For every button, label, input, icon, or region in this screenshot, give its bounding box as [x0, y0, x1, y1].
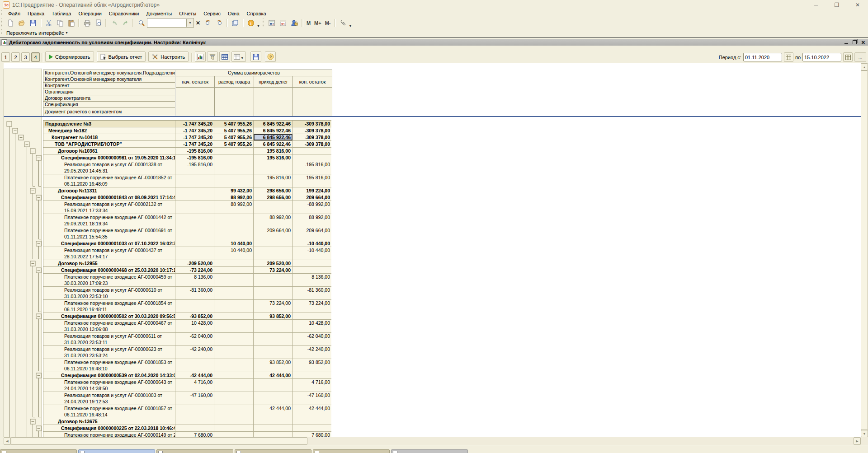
value-cell[interactable]: 73 224,00	[254, 300, 292, 313]
value-cell[interactable]: -47 160,00	[175, 392, 214, 405]
value-cell[interactable]	[214, 227, 254, 240]
scroll-up-button[interactable]: ▲	[861, 63, 868, 70]
row-label-cell[interactable]: Реализация товаров и услуг АГ-00002132 о…	[43, 201, 175, 214]
window-button-6[interactable]	[391, 449, 468, 453]
window-button-4[interactable]	[235, 449, 311, 453]
value-cell[interactable]: 6 845 922,46	[254, 141, 292, 147]
value-cell[interactable]: -1 747 345,20	[175, 134, 214, 140]
menubar-grip[interactable]	[1, 10, 3, 17]
value-cell[interactable]: -309 378,00	[292, 134, 331, 140]
row-label-cell[interactable]: Платежное поручение входящее АГ-00000149…	[43, 432, 175, 437]
value-cell[interactable]: -42 240,00	[175, 346, 214, 359]
value-cell[interactable]	[214, 161, 254, 174]
value-cell[interactable]: 6 845 922,46	[254, 127, 292, 134]
menu-Операции[interactable]: Операции	[75, 10, 105, 17]
row-label-cell[interactable]: Реализация товаров и услуг АГ-00001003 о…	[43, 392, 175, 405]
configure-button[interactable]: Настроить	[148, 51, 189, 62]
header-empty-cell[interactable]	[176, 88, 215, 117]
paste-button[interactable]	[66, 18, 77, 28]
menu-Окна[interactable]: Окна	[224, 10, 243, 17]
value-cell[interactable]: -309 378,00	[292, 141, 331, 147]
value-cell[interactable]: 10 428,00	[292, 320, 331, 332]
value-cell[interactable]	[214, 260, 254, 266]
value-cell[interactable]: -42 240,00	[292, 346, 331, 359]
row-label-cell[interactable]: Контрагент №10418	[43, 134, 175, 140]
value-cell[interactable]: 93 852,00	[292, 359, 331, 372]
value-cell[interactable]: 7 680,00	[292, 432, 331, 437]
help-button[interactable]: ?	[265, 51, 276, 62]
row-label-cell[interactable]: Менеджер №182	[43, 127, 175, 134]
value-cell[interactable]: -1 747 345,20	[175, 121, 214, 127]
value-cell[interactable]: -195 816,00	[175, 148, 214, 154]
value-cell[interactable]: 73 224,00	[292, 300, 331, 313]
row-label-cell[interactable]: Платежное поручение входящее АГ-00001691…	[43, 227, 175, 240]
value-cell[interactable]	[175, 227, 214, 240]
column-header-4[interactable]: кон. остаток	[293, 76, 332, 87]
value-cell[interactable]: -309 378,00	[292, 121, 331, 127]
value-cell[interactable]	[214, 274, 254, 286]
menu-Таблица[interactable]: Таблица	[48, 10, 75, 17]
value-cell[interactable]	[175, 194, 214, 201]
value-cell[interactable]	[214, 418, 254, 425]
memory-add-button[interactable]: M+	[312, 19, 323, 27]
toolbar-grip[interactable]	[1, 19, 3, 28]
value-cell[interactable]	[175, 187, 214, 194]
period-to-calendar-button[interactable]	[843, 52, 853, 62]
row-label-cell[interactable]: Подразделение №3	[43, 121, 175, 127]
menu-Отчеты[interactable]: Отчеты	[175, 10, 200, 17]
value-cell[interactable]	[254, 201, 292, 214]
variant-button-2[interactable]: 2	[11, 52, 20, 62]
value-cell[interactable]: 195 816,00	[254, 148, 292, 154]
table-view-button[interactable]: ▼	[231, 51, 246, 62]
value-cell[interactable]: -10 440,00	[292, 240, 331, 247]
minimize-button[interactable]: ─	[806, 2, 826, 8]
find-next-button[interactable]	[213, 18, 225, 28]
header-row-label[interactable]: Организация	[43, 89, 175, 95]
cut-icon-button[interactable]	[43, 18, 54, 28]
value-cell[interactable]	[254, 274, 292, 286]
column-header-2[interactable]: расход товара	[215, 76, 254, 87]
row-label-cell[interactable]: Платежное поручение входящее АГ-00001857…	[43, 405, 175, 418]
row-label-cell[interactable]: Платежное поручение входящее АГ-00001852…	[43, 174, 175, 187]
value-cell[interactable]	[214, 372, 254, 378]
value-cell[interactable]: 93 852,00	[254, 359, 292, 372]
value-cell[interactable]	[214, 154, 254, 161]
value-cell[interactable]: 99 432,00	[214, 187, 254, 194]
value-cell[interactable]: -1 747 345,20	[175, 127, 214, 134]
row-label-cell[interactable]: Платежное поручение входящее АГ-00000643…	[43, 379, 175, 392]
menu-Документы[interactable]: Документы	[143, 10, 176, 17]
window-button-5[interactable]	[313, 449, 390, 453]
row-label-cell[interactable]: Реализация товаров и услуг АГ-00000611 о…	[43, 333, 175, 346]
value-cell[interactable]: 88 992,00	[214, 201, 254, 214]
value-cell[interactable]	[175, 418, 214, 425]
calendar-button[interactable]: 31	[278, 18, 289, 28]
print-preview-button[interactable]	[93, 18, 104, 28]
value-cell[interactable]: 195 816,00	[254, 154, 292, 161]
group-tree-gutter[interactable]	[4, 69, 42, 437]
value-cell[interactable]	[214, 174, 254, 187]
value-cell[interactable]	[214, 379, 254, 392]
value-cell[interactable]	[292, 425, 331, 431]
value-cell[interactable]	[254, 379, 292, 392]
find-button[interactable]	[136, 18, 147, 28]
value-cell[interactable]: -209 520,00	[175, 260, 214, 266]
scroll-right-button[interactable]: ▶	[854, 437, 861, 445]
scroll-down-button[interactable]: ▼	[861, 430, 868, 437]
row-label-cell[interactable]: Спецификация 00000001033 от 07.10.2022 1…	[43, 240, 175, 247]
variant-button-1[interactable]: 1	[1, 52, 10, 62]
value-cell[interactable]	[254, 247, 292, 260]
ifacebar-grip[interactable]	[1, 29, 3, 36]
variant-button-4[interactable]: 4	[31, 52, 40, 62]
value-cell[interactable]: 10 428,00	[175, 320, 214, 332]
value-cell[interactable]: 195 816,00	[292, 174, 331, 187]
copy-button[interactable]	[54, 18, 66, 28]
value-cell[interactable]	[214, 333, 254, 346]
value-cell[interactable]: 88 992,00	[254, 214, 292, 227]
value-cell[interactable]	[214, 320, 254, 332]
value-cell[interactable]	[292, 313, 331, 319]
row-label-cell[interactable]: Спецификация 00000001843 от 08.09.2021 1…	[43, 194, 175, 201]
value-cell[interactable]	[254, 432, 292, 437]
value-cell[interactable]: 73 224,00	[254, 267, 292, 273]
value-cell[interactable]	[254, 240, 292, 247]
value-cell[interactable]	[254, 425, 292, 431]
